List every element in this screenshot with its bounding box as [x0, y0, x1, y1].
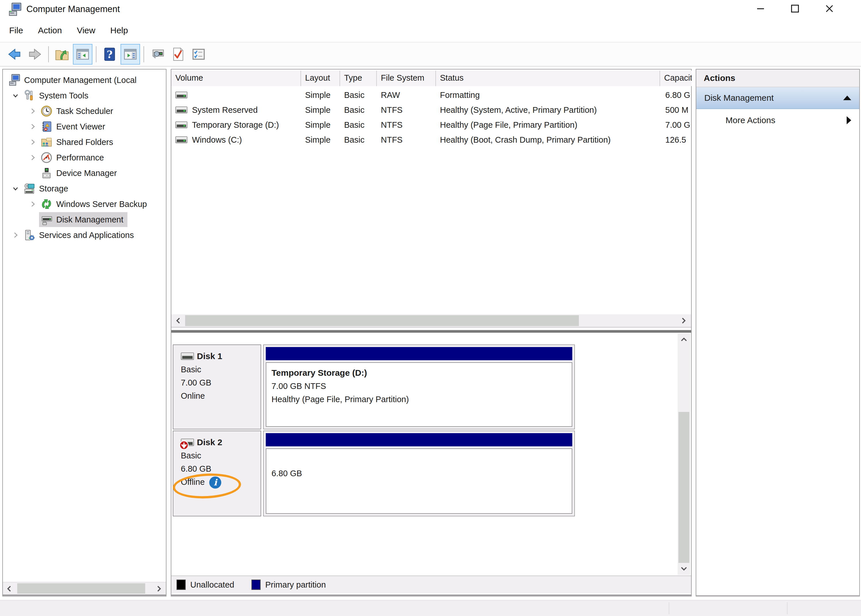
back-button[interactable] — [5, 44, 24, 64]
partition-size: 6.80 GB — [272, 467, 567, 480]
menu-file[interactable]: File — [2, 23, 30, 38]
tree-item-performance[interactable]: Performance — [3, 150, 166, 165]
tree-item-device-manager[interactable]: Device Manager — [3, 165, 166, 181]
scroll-left-button[interactable] — [173, 314, 185, 327]
scroll-right-button[interactable] — [153, 583, 165, 595]
disk1-label-box[interactable]: Disk 1 Basic 7.00 GB Online — [173, 344, 261, 429]
event-viewer-icon — [40, 120, 53, 133]
menu-action[interactable]: Action — [30, 23, 69, 38]
chevron-down-icon[interactable] — [9, 89, 22, 102]
scroll-down-button[interactable] — [678, 562, 690, 574]
disk-view-vertical-scrollbar[interactable] — [677, 333, 690, 575]
partition-size: 7.00 GB NTFS — [272, 379, 567, 393]
tree-item-task-scheduler[interactable]: Task Scheduler — [3, 103, 166, 119]
volume-row-system-reserved[interactable]: System Reserved Simple Basic NTFS Health… — [171, 102, 691, 118]
more-actions-label: More Actions — [726, 115, 775, 125]
chevron-right-icon[interactable] — [27, 136, 39, 148]
tree-item-label: System Tools — [39, 91, 88, 101]
column-header-capacity[interactable]: Capacity — [660, 71, 692, 86]
scroll-right-button[interactable] — [677, 314, 690, 327]
volume-file-system: NTFS — [377, 135, 436, 145]
tree-item-storage[interactable]: Storage — [3, 181, 166, 196]
title-bar: Computer Management — [0, 0, 861, 19]
menu-help[interactable]: Help — [103, 23, 135, 38]
chevron-right-icon[interactable] — [9, 229, 22, 241]
up-one-level-button[interactable] — [52, 44, 72, 64]
tree-item-windows-server-backup[interactable]: Windows Server Backup — [3, 196, 166, 212]
volume-file-system: RAW — [377, 90, 436, 100]
more-actions-item[interactable]: More Actions — [696, 109, 859, 132]
volume-capacity: 126.5 — [660, 135, 692, 145]
forward-button[interactable] — [25, 44, 45, 64]
scroll-up-button[interactable] — [678, 334, 690, 346]
volume-type: Basic — [340, 120, 377, 130]
scrollbar-thumb[interactable] — [17, 583, 145, 594]
disk1-partition[interactable]: Temporary Storage (D:) 7.00 GB NTFS Heal… — [263, 344, 575, 429]
show-console-tree-button[interactable] — [73, 44, 93, 64]
computer-management-window: Computer Management File Action View Hel… — [0, 0, 861, 616]
tree-item-computer-management[interactable]: Computer Management (Local — [3, 72, 166, 88]
services-and-applications-icon — [23, 229, 36, 241]
rescan-disks-button[interactable] — [148, 44, 167, 64]
volume-row-windows-c[interactable]: Windows (C:) Simple Basic NTFS Healthy (… — [171, 132, 691, 147]
legend-primary-partition-label: Primary partition — [265, 580, 326, 589]
close-button[interactable] — [816, 0, 843, 17]
back-arrow-icon — [7, 47, 22, 62]
column-header-type[interactable]: Type — [340, 71, 377, 86]
pane-splitter[interactable] — [171, 327, 691, 333]
maximize-button[interactable] — [782, 0, 808, 17]
volume-row-temporary-storage[interactable]: Temporary Storage (D:) Simple Basic NTFS… — [171, 118, 691, 132]
help-button[interactable]: ? — [100, 44, 119, 64]
console-tree: Computer Management (Local System Tools — [3, 72, 166, 243]
window-title: Computer Management — [27, 4, 120, 14]
chevron-none — [27, 167, 39, 179]
actions-group-disk-management[interactable]: Disk Management — [696, 87, 859, 109]
tree-item-shared-folders[interactable]: Shared Folders — [3, 134, 166, 150]
disk2-partition[interactable]: 6.80 GB — [263, 431, 575, 516]
collapse-group-icon[interactable] — [843, 96, 851, 100]
partition-status: Healthy (Page File, Primary Partition) — [272, 393, 567, 406]
volume-list-horizontal-scrollbar[interactable] — [171, 314, 691, 327]
column-header-status[interactable]: Status — [436, 71, 660, 86]
maximize-icon — [790, 4, 800, 14]
volume-layout: Simple — [301, 120, 340, 130]
volume-name: System Reserved — [192, 105, 258, 115]
tree-horizontal-scrollbar[interactable] — [3, 582, 166, 594]
volume-row-raw[interactable]: Simple Basic RAW Formatting 6.80 G — [171, 88, 691, 102]
check-document-button[interactable] — [168, 44, 188, 64]
tree-item-services-and-applications[interactable]: Services and Applications — [3, 227, 166, 243]
menu-view[interactable]: View — [69, 23, 103, 38]
partition-legend: Unallocated Primary partition — [171, 575, 691, 593]
svg-text:?: ? — [107, 49, 113, 60]
column-header-volume[interactable]: Volume — [171, 71, 301, 86]
chevron-right-icon[interactable] — [27, 198, 39, 211]
tree-item-disk-management[interactable]: Disk Management — [3, 212, 166, 227]
tree-item-system-tools[interactable]: System Tools — [3, 88, 166, 103]
scrollbar-thumb[interactable] — [185, 315, 579, 326]
chevron-left-icon — [175, 317, 182, 324]
show-action-pane-button[interactable] — [121, 44, 140, 64]
checklist-button[interactable] — [189, 44, 208, 64]
system-tools-icon — [23, 89, 36, 102]
chevron-down-icon[interactable] — [9, 182, 22, 195]
column-header-file-system[interactable]: File System — [377, 71, 436, 86]
disk-size: 6.80 GB — [181, 462, 261, 475]
disk-type: Basic — [181, 363, 261, 376]
chevron-right-icon[interactable] — [27, 151, 39, 164]
info-icon[interactable]: i — [209, 476, 221, 489]
column-header-layout[interactable]: Layout — [301, 71, 340, 86]
tree-item-event-viewer[interactable]: Event Viewer — [3, 119, 166, 134]
disk2-label-box[interactable]: Disk 2 Basic 6.80 GB Offlinei — [173, 431, 261, 516]
status-bar-divider — [787, 602, 787, 614]
tree-item-label: Performance — [56, 153, 104, 162]
scrollbar-thumb[interactable] — [679, 412, 690, 563]
minimize-icon — [756, 4, 765, 14]
disk-type: Basic — [181, 449, 261, 462]
chevron-none — [27, 213, 39, 226]
chevron-right-icon[interactable] — [27, 105, 39, 118]
chevron-right-icon[interactable] — [27, 120, 39, 133]
offline-badge-icon — [179, 440, 189, 450]
volume-type: Basic — [340, 105, 377, 115]
scroll-left-button[interactable] — [3, 583, 16, 595]
minimize-button[interactable] — [747, 0, 774, 17]
